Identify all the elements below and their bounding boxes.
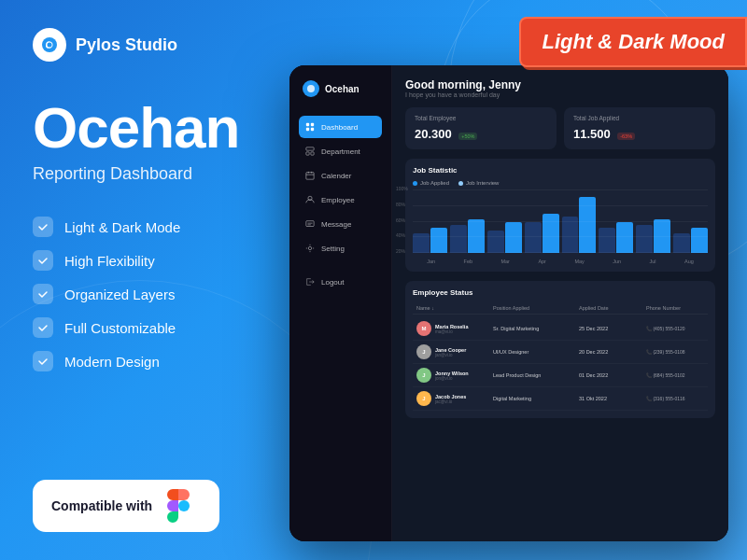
logo-area: Pylos Studio xyxy=(33,28,257,62)
stat-value-1: 11.500 xyxy=(573,127,611,141)
stat-value-row-0: 20.300 +50% xyxy=(415,125,547,142)
table-header: Name ↓ Position Applied Applied Date Pho… xyxy=(413,302,708,315)
row-position-3: Digital Marketing xyxy=(493,396,577,401)
feature-layers: Organized Layers xyxy=(33,284,257,304)
pylos-logo-icon xyxy=(33,28,66,62)
nav-label-employee: Employee xyxy=(321,196,355,204)
nav-item-message[interactable]: Message xyxy=(299,213,382,235)
chart-label-Aug: Aug xyxy=(684,259,694,264)
table-section: Employee Status Name ↓ Position Applied … xyxy=(405,281,715,418)
table-name-cell-1: JJane Cooperjan@vi.io xyxy=(416,344,491,359)
stat-card-1: Total Job Applied 11.500 -63% xyxy=(564,107,715,149)
svg-rect-10 xyxy=(306,173,314,180)
avatar-2: J xyxy=(416,368,431,383)
legend-dot-applied xyxy=(413,181,417,186)
nav-item-setting[interactable]: Setting xyxy=(299,237,382,259)
figma-icon xyxy=(165,493,191,519)
nav-item-department[interactable]: Department xyxy=(299,140,382,162)
setting-nav-icon xyxy=(304,243,316,254)
employee-nav-icon xyxy=(304,194,316,205)
legend-applied: Job Applied xyxy=(413,180,449,186)
check-icon-1 xyxy=(33,250,53,271)
nav-item-logout[interactable]: Logout xyxy=(299,271,382,293)
features-list: Light & Dark Mode High Flexibility Organ… xyxy=(33,217,257,371)
table-title: Employee Status xyxy=(413,288,708,297)
feature-text-3: Full Customizable xyxy=(64,320,176,336)
greeting-subtitle: I hope you have a wonderful day xyxy=(405,91,715,98)
row-date-1: 20 Dec 2022 xyxy=(579,349,644,355)
row-position-0: Sr. Digital Marketing xyxy=(493,326,577,331)
chart-bars-area: 100%80%60%40%20%JanFebMarAprMayJunJulAug xyxy=(413,189,708,264)
legend-interview: Job Interview xyxy=(458,180,499,186)
row-phone-0: 📞 (405) 555-0120 xyxy=(646,326,728,331)
row-email-3: jac@vi.io xyxy=(435,399,466,404)
left-panel: Pylos Studio Ocehan Reporting Dashboard … xyxy=(0,0,289,560)
legend-label-interview: Job Interview xyxy=(466,180,499,186)
avatar-0: M xyxy=(416,321,431,336)
check-icon-0 xyxy=(33,217,53,237)
stat-badge-0: +50% xyxy=(458,133,477,140)
svg-rect-6 xyxy=(311,128,314,131)
product-subtitle: Reporting Dashboard xyxy=(33,164,257,184)
dash-logo-icon xyxy=(303,80,319,97)
row-position-2: Lead Product Design xyxy=(493,372,577,378)
chart-x-labels: JanFebMarAprMayJunJulAug xyxy=(413,259,708,264)
svg-rect-7 xyxy=(306,147,314,150)
chart-label-Feb: Feb xyxy=(464,259,472,264)
nav-label-message: Message xyxy=(321,220,351,229)
mood-banner: Light & Dark Mood xyxy=(519,17,747,67)
compatible-box: Compatible with xyxy=(33,480,219,532)
feature-flexibility: High Flexibility xyxy=(33,250,257,271)
chart-section: Job Statistic Job Applied Job Interview … xyxy=(405,159,715,272)
nav-item-employee[interactable]: Employee xyxy=(299,189,382,211)
legend-label-applied: Job Applied xyxy=(420,180,449,186)
stat-label-0: Total Employee xyxy=(415,115,547,121)
check-icon-2 xyxy=(33,284,53,304)
chart-label-May: May xyxy=(574,259,584,264)
feature-text-1: High Flexibility xyxy=(64,253,155,269)
logout-nav-icon xyxy=(304,276,316,287)
chart-label-Apr: Apr xyxy=(538,259,546,264)
nav-label-department: Department xyxy=(321,147,360,156)
compatible-label: Compatible with xyxy=(51,498,152,513)
row-date-3: 31 Okt 2022 xyxy=(579,396,644,401)
mood-banner-text: Light & Dark Mood xyxy=(542,30,725,53)
dashboard-card: Ocehan Dashboard Department Calender xyxy=(289,65,728,541)
feature-text-4: Modern Design xyxy=(64,354,160,370)
row-date-0: 25 Dec 2022 xyxy=(579,326,644,331)
row-position-1: UI/UX Designer xyxy=(493,349,577,355)
row-email-2: jon@vi.io xyxy=(435,376,469,381)
dash-logo: Ocehan xyxy=(299,80,382,97)
svg-rect-9 xyxy=(311,152,314,155)
row-email-1: jan@vi.io xyxy=(435,353,466,357)
calendar-nav-icon xyxy=(304,170,316,181)
table-row-2: JJonny Wilsonjon@vi.ioLead Product Desig… xyxy=(413,364,708,387)
product-title: Ocehan xyxy=(33,99,257,157)
stat-badge-1: -63% xyxy=(617,133,635,140)
svg-rect-8 xyxy=(306,152,309,155)
table-header-date: Applied Date xyxy=(579,305,644,311)
feature-text-2: Organized Layers xyxy=(64,287,175,302)
chart-label-Jan: Jan xyxy=(427,259,435,264)
svg-point-1 xyxy=(48,43,52,48)
table-row-3: JJacob Jonesjac@vi.ioDigital Marketing31… xyxy=(413,387,708,411)
logo-text: Pylos Studio xyxy=(76,35,177,55)
feature-light-dark: Light & Dark Mode xyxy=(33,217,257,237)
nav-item-calendar[interactable]: Calender xyxy=(299,164,382,187)
svg-point-16 xyxy=(308,246,311,249)
chart-label-Jul: Jul xyxy=(650,259,656,264)
table-name-cell-0: MMaria Roseliama@vi.io xyxy=(416,321,491,336)
row-phone-3: 📞 (316) 555-0116 xyxy=(646,396,728,401)
department-nav-icon xyxy=(304,146,316,157)
right-panel: Light & Dark Mood Ocehan Dashboard xyxy=(261,0,747,560)
row-email-0: ma@vi.io xyxy=(435,329,468,334)
dash-greeting: Good morning, Jenny I hope you have a wo… xyxy=(405,78,715,98)
row-phone-1: 📞 (239) 555-0108 xyxy=(646,349,728,355)
dash-logo-text: Ocehan xyxy=(325,84,359,94)
greeting-title: Good morning, Jenny xyxy=(405,78,715,91)
svg-rect-5 xyxy=(306,128,309,131)
table-header-name: Name ↓ xyxy=(416,305,491,311)
nav-item-dashboard[interactable]: Dashboard xyxy=(299,116,382,138)
table-name-cell-3: JJacob Jonesjac@vi.io xyxy=(416,391,491,406)
nav-label-calendar: Calender xyxy=(321,172,351,180)
